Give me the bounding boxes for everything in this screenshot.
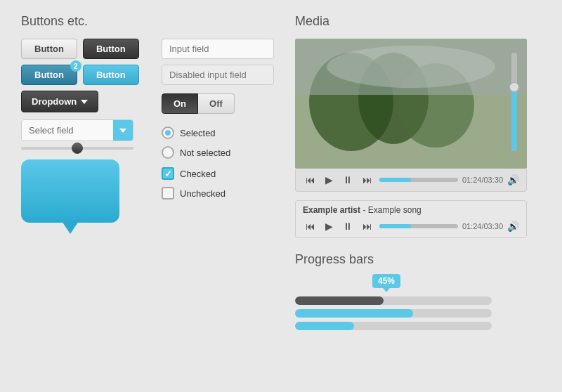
video-illustration	[295, 39, 527, 169]
slider-wrap	[21, 147, 133, 150]
toggle-off-button[interactable]: Off	[198, 93, 235, 114]
audio-rewind-button[interactable]: ⏮	[303, 219, 318, 233]
checkbox-unchecked[interactable]: Unchecked	[162, 187, 274, 200]
audio-controls: ⏮ ▶ ⏸ ⏭ 01:24/03:30 🔊	[303, 219, 519, 233]
button-light-1[interactable]: Button	[21, 39, 77, 59]
button-blue[interactable]: Button	[83, 65, 139, 85]
slider-track[interactable]	[21, 147, 133, 150]
select-text: Select field	[22, 120, 113, 141]
volume-slider[interactable]	[511, 53, 517, 151]
video-progress-fill	[379, 178, 411, 182]
volume-handle[interactable]	[509, 82, 519, 92]
progress-section-title: Progress bars	[295, 252, 541, 267]
input-field[interactable]	[162, 39, 274, 59]
audio-song: Example song	[368, 205, 422, 215]
media-section-title: Media	[295, 14, 541, 29]
radio-selected-dot	[165, 130, 171, 136]
progress-bar-3	[295, 322, 492, 330]
volume-fill	[511, 87, 517, 151]
audio-info: Example artist - Example song	[303, 205, 519, 215]
radio-selected-indicator	[162, 126, 174, 139]
video-controls: ⏮ ▶ ⏸ ⏭ 01:24/03:30 🔊	[295, 169, 527, 192]
radio-not-selected[interactable]: Not selected	[162, 146, 274, 159]
video-box	[295, 39, 527, 169]
video-progress-bar[interactable]	[379, 178, 458, 182]
checkmark-icon: ✓	[164, 169, 172, 178]
radio-not-selected-indicator	[162, 146, 174, 159]
select-wrap: Select field	[21, 119, 148, 141]
fast-forward-button[interactable]: ⏭	[360, 173, 375, 187]
audio-progress-bar[interactable]	[379, 224, 458, 228]
audio-time-label: 01:24/03:30	[462, 222, 503, 230]
select-arrow-btn[interactable]	[113, 120, 133, 141]
button-dark-1[interactable]: Button	[83, 39, 139, 59]
dropdown-arrow-icon	[81, 100, 88, 104]
svg-point-6	[327, 46, 495, 88]
disabled-input-field	[162, 65, 274, 85]
select-field[interactable]: Select field	[21, 119, 133, 141]
audio-progress-fill	[379, 224, 411, 228]
rewind-button[interactable]: ⏮	[303, 173, 318, 187]
buttons-section-title: Buttons etc.	[21, 14, 274, 29]
audio-fast-forward-button[interactable]: ⏭	[360, 219, 375, 233]
button-badge: 2	[70, 60, 81, 72]
audio-separator: -	[362, 205, 367, 215]
slider-thumb[interactable]	[72, 143, 83, 154]
radio-group: Selected Not selected	[162, 126, 274, 159]
checkbox-unchecked-indicator	[162, 187, 174, 200]
chevron-down-icon	[119, 129, 126, 133]
progress-bar-2	[295, 309, 492, 318]
progress-bar-1	[295, 296, 492, 305]
radio-selected[interactable]: Selected	[162, 126, 274, 139]
video-placeholder	[295, 39, 527, 169]
checkbox-checked-indicator: ✓	[162, 167, 174, 180]
checkbox-checked-label: Checked	[180, 169, 216, 179]
checkbox-checked[interactable]: ✓ Checked	[162, 167, 274, 180]
audio-artist: Example artist	[303, 205, 360, 215]
video-time-label: 01:24/03:30	[462, 176, 503, 184]
radio-selected-label: Selected	[180, 128, 216, 138]
toggle-on-button[interactable]: On	[162, 93, 198, 114]
audio-volume-icon[interactable]: 🔊	[507, 221, 519, 232]
progress-tooltip: 45%	[372, 274, 400, 288]
pause-button[interactable]: ⏸	[340, 173, 355, 187]
play-button[interactable]: ▶	[322, 173, 336, 187]
audio-play-button[interactable]: ▶	[322, 219, 336, 233]
progress-tooltip-wrap: 45%	[295, 274, 492, 291]
checkbox-group: ✓ Checked Unchecked	[162, 167, 274, 200]
button-badge-wrap: Button 2	[21, 65, 77, 85]
audio-pause-button[interactable]: ⏸	[340, 219, 355, 233]
video-container: ⏮ ▶ ⏸ ⏭ 01:24/03:30 🔊	[295, 39, 527, 192]
button-dark-blue[interactable]: Button	[21, 65, 77, 85]
progress-section: Progress bars 45%	[295, 252, 541, 330]
progress-fill-3	[295, 322, 354, 330]
progress-fill-2	[295, 309, 413, 318]
speech-bubble	[21, 159, 119, 223]
dropdown-button[interactable]: Dropdown	[21, 91, 98, 112]
audio-player: Example artist - Example song ⏮ ▶ ⏸ ⏭ 01…	[295, 200, 527, 238]
video-volume-icon[interactable]: 🔊	[507, 174, 519, 185]
radio-not-selected-label: Not selected	[180, 148, 230, 158]
checkbox-unchecked-label: Unchecked	[180, 188, 226, 199]
toggle-group: On Off	[162, 93, 274, 114]
progress-fill-1	[295, 296, 384, 305]
dropdown-label: Dropdown	[32, 96, 77, 107]
